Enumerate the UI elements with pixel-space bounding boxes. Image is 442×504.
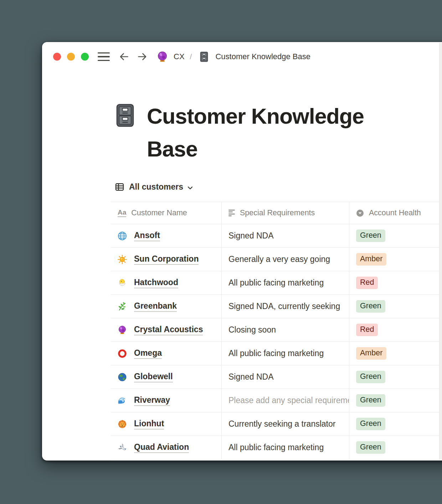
account-health-badge: Red (356, 277, 378, 289)
customer-name-cell[interactable]: Hatchwood (111, 271, 222, 294)
customer-name-link[interactable]: Hatchwood (134, 277, 178, 288)
account-health-badge: Green (356, 418, 385, 430)
column-header-special-requirements[interactable]: Special Requirements (222, 202, 349, 224)
special-requirements-text: Please add any special requirements (228, 396, 349, 405)
herb-icon (118, 302, 127, 311)
file-cabinet-icon[interactable] (113, 103, 137, 128)
customer-name-cell[interactable]: Riverway (111, 389, 222, 412)
customer-name-link[interactable]: Greenbank (134, 301, 177, 312)
special-requirements-cell[interactable]: Generally a very easy going (222, 248, 349, 271)
back-arrow-icon[interactable] (119, 51, 129, 62)
table-row: Hatchwood All public facing marketing Re… (111, 271, 439, 295)
special-requirements-text: All public facing marketing (228, 443, 324, 452)
traffic-light-close[interactable] (53, 53, 61, 61)
window-titlebar: CX / Customer Knowledge Base (42, 42, 442, 71)
special-requirements-cell[interactable]: Signed NDA, currently seeking (222, 295, 349, 318)
sun-icon (118, 255, 127, 264)
customer-name-cell[interactable]: Lionhut (111, 412, 222, 436)
account-health-cell[interactable]: Green (349, 389, 439, 412)
special-requirements-cell[interactable]: All public facing marketing (222, 342, 349, 365)
table-row: Globewell Signed NDA Green (111, 365, 439, 389)
account-health-badge: Green (356, 300, 385, 313)
account-health-badge: Red (356, 324, 378, 336)
special-requirements-cell[interactable]: Signed NDA (222, 365, 349, 389)
special-requirements-cell[interactable]: Closing soon (222, 318, 349, 341)
chevron-down-icon[interactable] (187, 185, 193, 191)
customer-name-link[interactable]: Quad Aviation (134, 442, 189, 453)
table-row: Ansoft Signed NDA Green (111, 224, 439, 248)
special-requirements-text: Generally a very easy going (228, 254, 330, 264)
view-tab-all-customers[interactable]: All customers (115, 181, 442, 192)
breadcrumb-page[interactable]: Customer Knowledge Base (215, 52, 310, 61)
special-requirements-cell[interactable]: Currently seeking a translator (222, 412, 349, 436)
account-health-badge: Green (356, 230, 385, 242)
account-health-cell[interactable]: Green (349, 412, 439, 436)
view-label: All customers (129, 182, 183, 192)
customer-name-cell[interactable]: Omega (111, 342, 222, 365)
account-health-badge: Amber (356, 347, 386, 360)
customer-name-link[interactable]: Omega (134, 348, 162, 359)
special-requirements-text: Currently seeking a translator (228, 419, 335, 429)
customer-name-link[interactable]: Ansoft (134, 230, 160, 241)
crystal-ball-icon (157, 51, 168, 63)
special-requirements-cell[interactable]: All public facing marketing (222, 271, 349, 294)
earth-icon (118, 372, 127, 382)
customer-name-cell[interactable]: Ansoft (111, 224, 222, 247)
customers-table: Aa Customer Name Special Requirements Ac… (111, 202, 439, 459)
scrollbar-track[interactable] (439, 43, 442, 460)
account-health-badge: Green (356, 394, 385, 407)
customer-name-cell[interactable]: Crystal Acoustics (111, 318, 222, 341)
table-row: Lionhut Currently seeking a translator G… (111, 412, 439, 436)
table-body: Ansoft Signed NDA Green Sun Corporation … (111, 224, 439, 459)
account-health-cell[interactable]: Green (349, 365, 439, 389)
plane-icon (118, 443, 127, 452)
column-label: Customer Name (131, 209, 187, 217)
special-requirements-cell[interactable]: All public facing marketing (222, 436, 349, 459)
breadcrumb-workspace[interactable]: CX (174, 52, 185, 61)
account-health-badge: Amber (356, 253, 386, 266)
account-health-badge: Green (356, 371, 385, 383)
chick-icon (118, 278, 127, 288)
special-requirements-text: Signed NDA (228, 372, 274, 382)
account-health-cell[interactable]: Green (349, 436, 439, 459)
select-property-icon (356, 209, 364, 217)
account-health-cell[interactable]: Amber (349, 342, 439, 365)
wave-icon (118, 396, 127, 405)
column-header-account-health[interactable]: Account Health (349, 202, 439, 224)
customer-name-link[interactable]: Crystal Acoustics (134, 324, 203, 335)
column-label: Account Health (369, 209, 421, 217)
account-health-cell[interactable]: Red (349, 318, 439, 341)
sidebar-menu-icon[interactable] (98, 52, 110, 61)
breadcrumb-separator: / (190, 52, 192, 61)
account-health-cell[interactable]: Amber (349, 248, 439, 271)
traffic-light-zoom[interactable] (81, 53, 89, 61)
page-title[interactable]: Customer Knowledge Base (147, 100, 375, 165)
forward-arrow-icon[interactable] (137, 51, 148, 62)
crystal-ball-icon (118, 325, 127, 335)
special-requirements-cell[interactable]: Please add any special requirements (222, 389, 349, 412)
column-label: Special Requirements (240, 209, 315, 217)
account-health-badge: Green (356, 441, 385, 454)
account-health-cell[interactable]: Green (349, 224, 439, 247)
special-requirements-text: Signed NDA, currently seeking (228, 302, 340, 311)
column-header-customer-name[interactable]: Aa Customer Name (111, 202, 222, 224)
account-health-cell[interactable]: Green (349, 295, 439, 318)
customer-name-cell[interactable]: Globewell (111, 365, 222, 389)
table-row: Omega All public facing marketing Amber (111, 342, 439, 365)
file-cabinet-icon (199, 51, 209, 62)
customer-name-cell[interactable]: Sun Corporation (111, 248, 222, 271)
account-health-cell[interactable]: Red (349, 271, 439, 294)
customer-name-link[interactable]: Sun Corporation (134, 254, 199, 265)
page-header: Customer Knowledge Base (113, 100, 442, 165)
lion-icon (118, 420, 127, 429)
customer-name-cell[interactable]: Quad Aviation (111, 436, 222, 459)
customer-name-link[interactable]: Riverway (134, 395, 170, 406)
title-property-icon: Aa (118, 209, 126, 217)
table-row: Sun Corporation Generally a very easy go… (111, 248, 439, 271)
traffic-light-minimize[interactable] (67, 53, 75, 61)
special-requirements-cell[interactable]: Signed NDA (222, 224, 349, 247)
globe-icon (118, 231, 127, 241)
customer-name-cell[interactable]: Greenbank (111, 295, 222, 318)
customer-name-link[interactable]: Lionhut (134, 418, 164, 430)
customer-name-link[interactable]: Globewell (134, 371, 173, 382)
